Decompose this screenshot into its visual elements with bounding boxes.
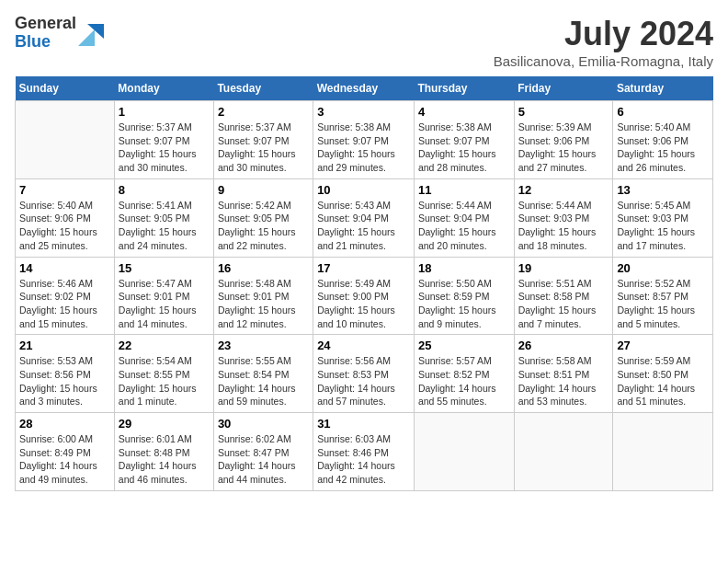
- calendar-cell: [613, 413, 713, 491]
- logo: General Blue: [15, 15, 104, 52]
- calendar-cell: 1Sunrise: 5:37 AM Sunset: 9:07 PM Daylig…: [114, 101, 213, 179]
- calendar-cell: 20Sunrise: 5:52 AM Sunset: 8:57 PM Dayli…: [613, 257, 713, 335]
- day-info: Sunrise: 6:01 AM Sunset: 8:48 PM Dayligh…: [119, 432, 210, 487]
- calendar-cell: 14Sunrise: 5:46 AM Sunset: 9:02 PM Dayli…: [16, 257, 115, 335]
- day-info: Sunrise: 5:38 AM Sunset: 9:07 PM Dayligh…: [418, 121, 510, 175]
- day-number: 7: [19, 183, 110, 197]
- logo-line2: Blue: [15, 33, 76, 52]
- day-info: Sunrise: 5:40 AM Sunset: 9:06 PM Dayligh…: [19, 199, 110, 253]
- day-info: Sunrise: 5:59 AM Sunset: 8:50 PM Dayligh…: [617, 354, 709, 408]
- day-number: 3: [317, 105, 410, 119]
- calendar-week-row: 21Sunrise: 5:53 AM Sunset: 8:56 PM Dayli…: [16, 335, 713, 413]
- day-number: 9: [218, 183, 309, 197]
- day-number: 13: [617, 183, 709, 197]
- day-info: Sunrise: 5:55 AM Sunset: 8:54 PM Dayligh…: [218, 354, 309, 408]
- day-number: 6: [617, 105, 709, 119]
- calendar-week-row: 14Sunrise: 5:46 AM Sunset: 9:02 PM Dayli…: [16, 257, 713, 335]
- day-number: 20: [617, 261, 709, 275]
- day-info: Sunrise: 6:00 AM Sunset: 8:49 PM Dayligh…: [19, 432, 110, 487]
- day-of-week-header: Tuesday: [213, 76, 313, 101]
- day-info: Sunrise: 5:39 AM Sunset: 9:06 PM Dayligh…: [518, 121, 609, 175]
- calendar-cell: 26Sunrise: 5:58 AM Sunset: 8:51 PM Dayli…: [514, 335, 613, 413]
- day-number: 24: [317, 339, 410, 352]
- calendar-cell: 3Sunrise: 5:38 AM Sunset: 9:07 PM Daylig…: [313, 101, 415, 179]
- day-number: 26: [518, 339, 609, 352]
- calendar-week-row: 7Sunrise: 5:40 AM Sunset: 9:06 PM Daylig…: [16, 178, 713, 257]
- day-info: Sunrise: 5:48 AM Sunset: 9:01 PM Dayligh…: [218, 277, 309, 331]
- calendar-cell: 16Sunrise: 5:48 AM Sunset: 9:01 PM Dayli…: [213, 257, 313, 335]
- day-of-week-header: Saturday: [613, 76, 713, 101]
- day-number: 1: [119, 105, 210, 119]
- day-of-week-header: Wednesday: [313, 76, 415, 101]
- day-info: Sunrise: 5:44 AM Sunset: 9:03 PM Dayligh…: [518, 199, 609, 253]
- calendar-cell: 15Sunrise: 5:47 AM Sunset: 9:01 PM Dayli…: [114, 257, 213, 335]
- day-number: 17: [317, 261, 410, 275]
- day-number: 25: [418, 339, 510, 352]
- calendar-cell: 30Sunrise: 6:02 AM Sunset: 8:47 PM Dayli…: [213, 413, 313, 491]
- calendar-cell: [414, 413, 514, 491]
- day-of-week-header: Sunday: [16, 76, 115, 101]
- day-info: Sunrise: 5:40 AM Sunset: 9:06 PM Dayligh…: [617, 121, 709, 175]
- calendar-cell: 25Sunrise: 5:57 AM Sunset: 8:52 PM Dayli…: [414, 335, 514, 413]
- day-number: 18: [418, 261, 510, 275]
- calendar-cell: 19Sunrise: 5:51 AM Sunset: 8:58 PM Dayli…: [514, 257, 613, 335]
- day-info: Sunrise: 5:42 AM Sunset: 9:05 PM Dayligh…: [218, 199, 309, 253]
- calendar-cell: 5Sunrise: 5:39 AM Sunset: 9:06 PM Daylig…: [514, 101, 613, 179]
- day-number: 19: [518, 261, 609, 275]
- calendar-cell: 23Sunrise: 5:55 AM Sunset: 8:54 PM Dayli…: [213, 335, 313, 413]
- day-number: 16: [218, 261, 309, 275]
- calendar-cell: 18Sunrise: 5:50 AM Sunset: 8:59 PM Dayli…: [414, 257, 514, 335]
- day-info: Sunrise: 5:47 AM Sunset: 9:01 PM Dayligh…: [119, 277, 210, 331]
- calendar-cell: [16, 101, 115, 179]
- calendar-cell: 10Sunrise: 5:43 AM Sunset: 9:04 PM Dayli…: [313, 178, 415, 257]
- day-info: Sunrise: 5:38 AM Sunset: 9:07 PM Dayligh…: [317, 121, 410, 175]
- calendar-cell: 7Sunrise: 5:40 AM Sunset: 9:06 PM Daylig…: [16, 178, 115, 257]
- calendar-week-row: 1Sunrise: 5:37 AM Sunset: 9:07 PM Daylig…: [16, 101, 713, 179]
- day-number: 5: [518, 105, 609, 119]
- day-number: 23: [218, 339, 309, 352]
- day-number: 10: [317, 183, 410, 197]
- day-info: Sunrise: 5:46 AM Sunset: 9:02 PM Dayligh…: [19, 277, 110, 331]
- day-info: Sunrise: 6:03 AM Sunset: 8:46 PM Dayligh…: [317, 432, 410, 487]
- day-number: 30: [218, 417, 309, 431]
- day-info: Sunrise: 5:58 AM Sunset: 8:51 PM Dayligh…: [518, 354, 609, 408]
- day-number: 4: [418, 105, 510, 119]
- month-title: July 2024: [494, 15, 713, 53]
- day-number: 27: [617, 339, 709, 352]
- page-header: General Blue July 2024 Basilicanova, Emi…: [15, 15, 713, 69]
- day-number: 22: [119, 339, 210, 352]
- day-info: Sunrise: 5:45 AM Sunset: 9:03 PM Dayligh…: [617, 199, 709, 253]
- day-number: 31: [317, 417, 410, 431]
- day-number: 15: [119, 261, 210, 275]
- day-of-week-header: Friday: [514, 76, 613, 101]
- calendar-cell: 11Sunrise: 5:44 AM Sunset: 9:04 PM Dayli…: [414, 178, 514, 257]
- day-number: 14: [19, 261, 110, 275]
- day-info: Sunrise: 5:52 AM Sunset: 8:57 PM Dayligh…: [617, 277, 709, 331]
- calendar-table: SundayMondayTuesdayWednesdayThursdayFrid…: [15, 76, 713, 491]
- day-number: 28: [19, 417, 110, 431]
- calendar-cell: 4Sunrise: 5:38 AM Sunset: 9:07 PM Daylig…: [414, 101, 514, 179]
- location: Basilicanova, Emilia-Romagna, Italy: [494, 53, 713, 69]
- day-number: 12: [518, 183, 609, 197]
- calendar-cell: 8Sunrise: 5:41 AM Sunset: 9:05 PM Daylig…: [114, 178, 213, 257]
- calendar-cell: 9Sunrise: 5:42 AM Sunset: 9:05 PM Daylig…: [213, 178, 313, 257]
- calendar-cell: 13Sunrise: 5:45 AM Sunset: 9:03 PM Dayli…: [613, 178, 713, 257]
- day-info: Sunrise: 5:54 AM Sunset: 8:55 PM Dayligh…: [119, 354, 210, 408]
- calendar-cell: 17Sunrise: 5:49 AM Sunset: 9:00 PM Dayli…: [313, 257, 415, 335]
- calendar-cell: 27Sunrise: 5:59 AM Sunset: 8:50 PM Dayli…: [613, 335, 713, 413]
- logo-line1: General: [15, 15, 76, 33]
- calendar-cell: 31Sunrise: 6:03 AM Sunset: 8:46 PM Dayli…: [313, 413, 415, 491]
- calendar-cell: 22Sunrise: 5:54 AM Sunset: 8:55 PM Dayli…: [114, 335, 213, 413]
- day-info: Sunrise: 5:57 AM Sunset: 8:52 PM Dayligh…: [418, 354, 510, 408]
- day-info: Sunrise: 5:51 AM Sunset: 8:58 PM Dayligh…: [518, 277, 609, 331]
- day-number: 8: [119, 183, 210, 197]
- calendar-header-row: SundayMondayTuesdayWednesdayThursdayFrid…: [16, 76, 713, 101]
- logo-icon: [78, 20, 104, 46]
- calendar-cell: 29Sunrise: 6:01 AM Sunset: 8:48 PM Dayli…: [114, 413, 213, 491]
- day-number: 11: [418, 183, 510, 197]
- day-info: Sunrise: 5:49 AM Sunset: 9:00 PM Dayligh…: [317, 277, 410, 331]
- calendar-cell: 24Sunrise: 5:56 AM Sunset: 8:53 PM Dayli…: [313, 335, 415, 413]
- calendar-week-row: 28Sunrise: 6:00 AM Sunset: 8:49 PM Dayli…: [16, 413, 713, 491]
- day-number: 29: [119, 417, 210, 431]
- day-of-week-header: Monday: [114, 76, 213, 101]
